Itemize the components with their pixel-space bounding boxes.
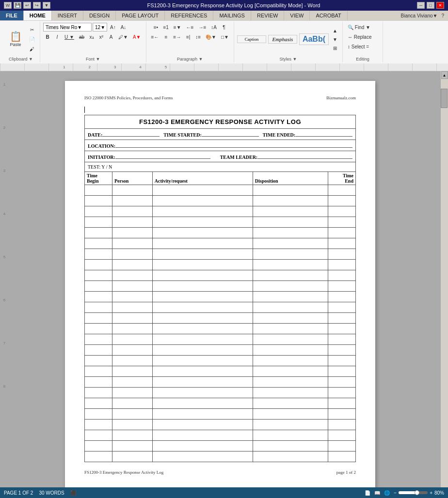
cell-disposition[interactable] <box>253 430 328 441</box>
cell-time-begin[interactable] <box>85 420 112 430</box>
cell-person[interactable] <box>112 249 152 260</box>
table-row[interactable] <box>85 451 356 462</box>
cell-time-end[interactable] <box>328 356 356 366</box>
font-color-button[interactable]: A▼ <box>131 32 143 41</box>
cell-activity[interactable] <box>152 206 253 217</box>
table-row[interactable] <box>85 324 356 334</box>
cell-time-end[interactable] <box>328 366 356 377</box>
cell-disposition[interactable] <box>253 324 328 334</box>
window-left-icons[interactable]: W 💾 ↩ ↪ ▼ <box>4 2 50 9</box>
cell-person[interactable] <box>112 324 152 334</box>
tab-view[interactable]: VIEW <box>284 11 310 20</box>
multilevel-button[interactable]: ≡▼ <box>172 23 183 31</box>
sort-button[interactable]: ↕A <box>209 23 219 31</box>
table-row[interactable] <box>85 281 356 292</box>
table-row[interactable] <box>85 185 356 196</box>
cell-time-end[interactable] <box>328 206 356 217</box>
cell-activity[interactable] <box>152 238 253 249</box>
table-row[interactable] <box>85 398 356 409</box>
find-button[interactable]: 🔍 Find ▼ <box>346 23 380 31</box>
cell-time-end[interactable] <box>328 388 356 398</box>
cell-person[interactable] <box>112 430 152 441</box>
cell-activity[interactable] <box>152 196 253 206</box>
cell-time-end[interactable] <box>328 270 356 281</box>
cell-person[interactable] <box>112 196 152 206</box>
select-button[interactable]: ↕ Select = <box>346 42 380 51</box>
cell-person[interactable] <box>112 217 152 228</box>
cell-disposition[interactable] <box>253 345 328 356</box>
scroll-up-btn[interactable]: ▲ <box>441 71 448 79</box>
cell-activity[interactable] <box>152 345 253 356</box>
cell-time-begin[interactable] <box>85 260 112 270</box>
table-row[interactable] <box>85 238 356 249</box>
italic-button[interactable]: I <box>53 32 62 41</box>
view-web-btn[interactable]: 🌐 <box>384 490 390 496</box>
bullets-button[interactable]: ≡• <box>151 23 160 31</box>
cell-time-end[interactable] <box>328 302 356 313</box>
cell-time-end[interactable] <box>328 451 356 462</box>
bold-button[interactable]: B <box>43 32 52 41</box>
scroll-track[interactable] <box>441 79 448 498</box>
window-controls[interactable]: ─ □ ✕ <box>417 2 444 9</box>
subscript-button[interactable]: x₂ <box>87 32 96 41</box>
tab-page-layout[interactable]: PAGE LAYOUT <box>116 11 165 20</box>
tab-home[interactable]: HOME <box>24 11 52 20</box>
cell-time-begin[interactable] <box>85 238 112 249</box>
table-row[interactable] <box>85 302 356 313</box>
tab-design[interactable]: DESIGN <box>83 11 116 20</box>
view-print-btn[interactable]: 📄 <box>365 490 370 496</box>
cell-activity[interactable] <box>152 398 253 409</box>
cell-person[interactable] <box>112 292 152 302</box>
cell-person[interactable] <box>112 398 152 409</box>
align-right-button[interactable]: ≡→ <box>171 32 183 41</box>
cell-person[interactable] <box>112 366 152 377</box>
cell-activity[interactable] <box>152 217 253 228</box>
cell-time-end[interactable] <box>328 217 356 228</box>
cell-activity[interactable] <box>152 377 253 388</box>
cell-time-begin[interactable] <box>85 302 112 313</box>
record-macro-btn[interactable]: ⬛ <box>70 490 76 496</box>
cell-person[interactable] <box>112 270 152 281</box>
table-row[interactable] <box>85 420 356 430</box>
cell-disposition[interactable] <box>253 334 328 345</box>
time-started-field[interactable] <box>202 131 259 137</box>
cell-activity[interactable] <box>152 356 253 366</box>
zoom-level[interactable]: 80% <box>434 490 444 496</box>
cell-person[interactable] <box>112 302 152 313</box>
cell-person[interactable] <box>112 260 152 270</box>
tab-review[interactable]: REVIEW <box>251 11 284 20</box>
cell-time-end[interactable] <box>328 398 356 409</box>
cell-time-begin[interactable] <box>85 313 112 324</box>
zoom-slider[interactable] <box>399 491 428 494</box>
font-size-selector[interactable]: 12 ▼ <box>93 23 107 31</box>
numbering-button[interactable]: ≡1 <box>161 23 170 31</box>
table-row[interactable] <box>85 430 356 441</box>
cell-time-begin[interactable] <box>85 366 112 377</box>
cell-time-begin[interactable] <box>85 356 112 366</box>
table-row[interactable] <box>85 270 356 281</box>
cell-time-begin[interactable] <box>85 196 112 206</box>
cell-time-end[interactable] <box>328 260 356 270</box>
shrink-font-btn[interactable]: A↓ <box>119 23 128 31</box>
restore-btn[interactable]: □ <box>427 2 434 9</box>
cell-activity[interactable] <box>152 420 253 430</box>
cell-disposition[interactable] <box>253 377 328 388</box>
cell-activity[interactable] <box>152 313 253 324</box>
styles-expand[interactable]: ⊞ <box>331 44 339 52</box>
decrease-indent-button[interactable]: ←≡ <box>184 23 196 31</box>
cell-activity[interactable] <box>152 185 253 196</box>
cell-disposition[interactable] <box>253 238 328 249</box>
cell-disposition[interactable] <box>253 270 328 281</box>
cell-activity[interactable] <box>152 388 253 398</box>
strikethrough-button[interactable]: ab <box>77 32 86 41</box>
cell-activity[interactable] <box>152 292 253 302</box>
cell-time-begin[interactable] <box>85 270 112 281</box>
cut-button[interactable]: ✂ <box>27 25 37 34</box>
table-row[interactable] <box>85 441 356 451</box>
cell-time-begin[interactable] <box>85 292 112 302</box>
cell-activity[interactable] <box>152 260 253 270</box>
style-emphasis[interactable]: Emphasis <box>268 35 297 44</box>
cell-person[interactable] <box>112 185 152 196</box>
quick-save-btn[interactable]: 💾 <box>14 2 21 9</box>
cell-disposition[interactable] <box>253 281 328 292</box>
